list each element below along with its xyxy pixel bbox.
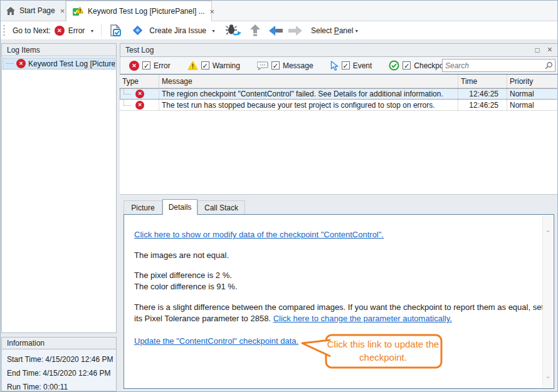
table-row[interactable]: ✕ The region checkpoint "ContentControl"… [120, 88, 558, 100]
search-box [442, 59, 555, 72]
message-cell: The region checkpoint "ContentControl" f… [159, 88, 458, 99]
test-log-title: Test Log [125, 46, 154, 54]
update-checkpoint-link[interactable]: Update the "ContentControl" checkpoint d… [134, 336, 298, 346]
log-filter-bar: ✕ Error Warning Message [120, 57, 558, 74]
tab-label: Start Page [19, 6, 55, 15]
close-icon[interactable]: × [209, 8, 216, 16]
previous-arrow-icon[interactable] [269, 26, 283, 36]
toolbar-separator [101, 24, 102, 37]
event-checkbox[interactable] [342, 61, 350, 70]
warning-checkbox[interactable] [201, 61, 209, 70]
images-not-equal-text: The images are not equal. [134, 250, 229, 260]
tree-connector [6, 63, 14, 64]
change-parameter-link[interactable]: Click here to change the parameter autom… [273, 314, 452, 323]
message-icon [257, 61, 268, 70]
modify-checkpoint-link[interactable]: Click here to show or modify data of the… [134, 230, 384, 239]
home-icon [6, 7, 15, 15]
tolerance-paragraph: There is a slight difference between the… [134, 302, 548, 324]
column-header-time[interactable]: Time [458, 75, 507, 88]
column-header-priority[interactable]: Priority [507, 75, 558, 88]
error-icon: ✕ [55, 26, 65, 36]
test-log-icon [72, 6, 83, 16]
jump-to-bug-icon[interactable] [225, 24, 241, 37]
column-header-type[interactable]: Type [120, 75, 159, 88]
close-icon[interactable]: × [60, 7, 66, 15]
create-jira-issue-button[interactable]: Create Jira Issue [149, 26, 206, 35]
test-log-header: Test Log □ × [120, 43, 558, 57]
end-time-text: End Time: 4/15/2020 12:46 PM [7, 366, 116, 380]
tab-call-stack[interactable]: Call Stack [197, 200, 245, 214]
jira-icon [132, 25, 143, 36]
priority-cell: Normal [507, 100, 558, 110]
log-items-tree: ✕ Keyword Test Log [Picture... [1, 56, 117, 333]
next-arrow-icon[interactable] [288, 26, 302, 36]
error-icon: ✕ [129, 61, 139, 71]
select-panel-button[interactable]: Select Panel [311, 26, 353, 35]
log-table: Type Message Time Priority ✕ The region … [120, 74, 558, 195]
tree-connector [124, 89, 131, 95]
error-icon: ✕ [16, 59, 26, 68]
information-title: Information [7, 339, 45, 348]
filter-error: ✕ Error [129, 61, 171, 71]
tab-keyword-test-log[interactable]: Keyword Test Log [PicturePanel] ... × [66, 1, 212, 21]
chevron-down-icon[interactable]: ▼ [354, 29, 359, 33]
checkpoint-checkbox[interactable] [403, 61, 411, 70]
filter-label: Warning [213, 61, 240, 70]
filter-label: Event [353, 61, 372, 70]
event-icon [330, 61, 339, 71]
toolbar-grip[interactable] [3, 25, 5, 36]
tab-start-page[interactable]: Start Page × [1, 1, 66, 21]
log-items-title: Log Items [7, 46, 40, 54]
maximize-panel-icon[interactable]: □ [535, 46, 540, 54]
goto-next-label: Go to Next: [13, 26, 51, 35]
filter-label: Message [283, 61, 313, 70]
filter-label: Error [154, 61, 171, 70]
error-checkbox[interactable] [142, 61, 150, 70]
information-body: Start Time: 4/15/2020 12:46 PM End Time:… [1, 349, 117, 391]
run-time-text: Run Time: 0:00:11 [7, 380, 116, 392]
document-tab-strip: Start Page × Keyword Test Log [PicturePa… [1, 1, 557, 21]
message-checkbox[interactable] [271, 61, 280, 70]
filter-warning: Warning [187, 61, 240, 70]
type-cell: ✕ [120, 88, 159, 99]
log-toolbar: Go to Next: ✕ Error ▼ Create Jira Issue … [1, 21, 557, 40]
tree-connector [124, 100, 131, 106]
log-items-header: Log Items [1, 43, 117, 56]
chevron-down-icon[interactable]: ▼ [211, 29, 216, 33]
app-window: Start Page × Keyword Test Log [PicturePa… [0, 0, 558, 392]
table-row[interactable]: ✕ The test run has stopped because your … [120, 100, 558, 111]
message-cell: The test run has stopped because your te… [159, 100, 458, 110]
filter-message: Message [257, 61, 313, 70]
priority-cell: Normal [507, 88, 558, 99]
error-icon: ✕ [135, 101, 144, 110]
time-cell: 12:46:25 [458, 100, 507, 110]
search-icon [544, 61, 553, 70]
search-input[interactable] [443, 61, 544, 70]
tree-item-keyword-test-log[interactable]: ✕ Keyword Test Log [Picture... [3, 58, 115, 70]
warning-icon [187, 61, 198, 70]
column-header-message[interactable]: Message [159, 75, 458, 88]
color-difference-text: The color difference is 91 %. [134, 282, 238, 291]
close-panel-icon[interactable]: × [547, 46, 552, 54]
error-icon: ✕ [135, 90, 144, 98]
goto-next-value[interactable]: Error [68, 26, 85, 35]
tab-picture[interactable]: Picture [124, 200, 162, 214]
start-time-text: Start Time: 4/15/2020 12:46 PM [7, 353, 116, 366]
checkpoint-icon [389, 60, 399, 71]
callout-text: Click this link to update the checkpoint… [327, 335, 440, 366]
scroll-up-icon[interactable]: ⌃ [543, 229, 553, 237]
tab-label: Keyword Test Log [PicturePanel] ... [88, 7, 205, 16]
table-header-row: Type Message Time Priority [120, 75, 558, 88]
information-header: Information [1, 337, 117, 349]
pixel-difference-text: The pixel difference is 2 %. [134, 271, 232, 280]
time-cell: 12:46:25 [458, 88, 507, 99]
up-one-level-icon[interactable] [250, 24, 260, 36]
tab-details[interactable]: Details [162, 199, 197, 215]
tree-item-label: Keyword Test Log [Picture... [28, 59, 115, 68]
type-cell: ✕ [120, 100, 159, 110]
chevron-down-icon[interactable]: ▼ [90, 29, 94, 33]
send-report-icon[interactable] [108, 24, 122, 38]
filter-event: Event [330, 61, 372, 71]
scroll-down-icon[interactable]: ⌄ [543, 372, 553, 380]
vertical-scrollbar[interactable]: ⌃ ⌄ [542, 215, 553, 388]
